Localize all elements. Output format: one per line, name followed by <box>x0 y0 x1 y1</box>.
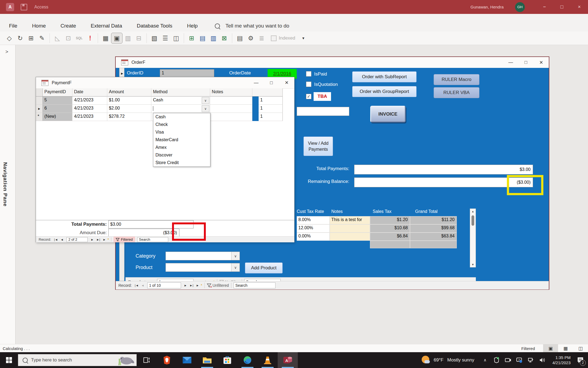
row-selector[interactable] <box>36 96 43 105</box>
product-combo[interactable]: ∨ <box>166 263 240 272</box>
method-option-visa[interactable]: Visa <box>153 128 210 136</box>
cell-orderid[interactable]: 1 <box>259 96 283 105</box>
linked-table-icon[interactable]: ⊞ <box>26 33 36 43</box>
cell-date[interactable]: 4/21/2023 <box>72 96 107 105</box>
cell-rate[interactable]: 0.00% <box>297 233 330 241</box>
brave-browser-icon[interactable] <box>157 352 177 368</box>
file-explorer-icon[interactable] <box>197 352 217 368</box>
tab-home[interactable]: Home <box>25 23 53 29</box>
previous-record-icon[interactable]: ◄ <box>60 238 63 241</box>
col-amount[interactable]: Amount <box>107 88 151 96</box>
cell-notes[interactable] <box>330 233 370 241</box>
paymentf-search-input[interactable]: Search <box>137 237 168 242</box>
tab-external-data[interactable]: External Data <box>83 23 129 29</box>
method-option-mastercard[interactable]: MasterCard <box>153 136 210 144</box>
cell-amount[interactable]: $2.00 <box>107 105 151 113</box>
orderf-maximize-button[interactable]: □ <box>518 57 534 68</box>
form-view-button[interactable]: ▣ <box>543 344 558 352</box>
isquotation-checkbox[interactable] <box>306 82 311 87</box>
pf-amount-due-field[interactable]: ($3.00) <box>108 229 179 237</box>
col-paymentid[interactable]: PaymentID <box>43 88 72 96</box>
cell-empty[interactable] <box>410 241 457 248</box>
weather-widget[interactable]: 69°F Mostly sunny <box>421 355 474 365</box>
col-orderid[interactable] <box>252 88 283 96</box>
print-icon[interactable]: ⊟ <box>133 33 144 43</box>
chart-icon[interactable]: ▥ <box>122 33 133 43</box>
cell-paymentid[interactable]: 5 <box>43 96 72 105</box>
orderf-search-input[interactable]: Search <box>234 282 275 288</box>
taskbar-clock[interactable]: 1:35 PM 4/21/2023 <box>552 355 571 365</box>
ruler-macro-button[interactable]: RULER Macro <box>434 74 479 85</box>
chevron-down-icon[interactable]: ∨ <box>231 263 240 272</box>
user-name[interactable]: Gunawan, Hendra <box>470 5 504 9</box>
record-position[interactable]: 1 of 10 <box>147 282 181 288</box>
method-option-store-credit[interactable]: Store Credit <box>153 159 210 167</box>
cell-amount[interactable]: $1.00 <box>107 96 151 105</box>
tray-expand-icon[interactable]: ∧ <box>483 358 486 363</box>
tray-network-icon[interactable] <box>527 356 535 364</box>
tile-vertical-icon[interactable]: ◫ <box>171 33 182 43</box>
taskbar-search[interactable]: Type here to search <box>18 354 137 366</box>
task-view-button[interactable] <box>137 352 157 368</box>
remaining-balance-field[interactable]: ($3.00) <box>354 177 533 187</box>
cell-rate[interactable]: 8.00% <box>297 216 330 224</box>
cell-orderid[interactable]: 1 <box>259 105 283 113</box>
orderf-minimize-button[interactable]: — <box>503 57 518 68</box>
access-taskbar-icon[interactable]: A <box>278 352 298 368</box>
cell-paymentid[interactable]: 6 <box>43 105 72 113</box>
notification-center-button[interactable]: 2 <box>574 352 586 368</box>
scroll-thumb[interactable] <box>471 215 474 226</box>
nav-pane-expand-icon[interactable]: > <box>2 48 11 56</box>
new-record-icon[interactable]: ► <box>103 238 106 241</box>
form-wizard-icon[interactable]: ⊡ <box>63 33 74 43</box>
chevron-down-icon[interactable]: ∨ <box>202 97 209 104</box>
new-table-icon[interactable]: ⊞ <box>186 33 197 43</box>
run-icon[interactable]: ! <box>85 33 96 43</box>
row-selector-new[interactable]: * <box>36 113 43 121</box>
app-minimize-button[interactable]: − <box>536 0 553 14</box>
datasheet-view-button[interactable]: ▦ <box>558 344 573 352</box>
method-option-discover[interactable]: Discover <box>153 151 210 159</box>
cell-paymentid[interactable]: (New) <box>43 113 72 121</box>
method-option-amex[interactable]: Amex <box>153 144 210 151</box>
refresh-icon[interactable]: ↻ <box>15 33 26 43</box>
tray-capture-icon[interactable] <box>504 356 512 364</box>
tray-volume-icon[interactable] <box>538 356 546 364</box>
filter-lines-icon[interactable]: ≣ <box>256 33 267 43</box>
cascade-windows-icon[interactable]: ▧ <box>149 33 160 43</box>
form-view-icon[interactable]: ▣ <box>111 33 122 44</box>
tray-cast-icon[interactable] <box>515 356 523 364</box>
design-ruler-icon[interactable]: ◺ <box>52 33 63 43</box>
order-with-groupreport-button[interactable]: Order with GroupReport <box>352 86 416 97</box>
design-view-button[interactable]: ◫ <box>573 344 588 352</box>
last-record-icon[interactable]: ►| <box>96 238 100 241</box>
chevron-down-icon[interactable]: ▾ <box>302 36 305 41</box>
total-payments-field[interactable]: $3.00 <box>354 165 533 174</box>
cell-sales-tax[interactable]: $6.84 <box>370 233 410 241</box>
record-position[interactable]: 2 of 2 <box>66 237 88 242</box>
cell-grand-total[interactable]: $11.20 <box>410 216 457 224</box>
order-with-subreport-button[interactable]: Order with SubReport <box>352 71 416 82</box>
status-filter-state[interactable]: Filtered <box>521 346 535 351</box>
cell-notes[interactable] <box>210 113 252 121</box>
tab-file[interactable]: File <box>0 23 25 29</box>
relationships-icon[interactable]: ◇ <box>4 33 15 43</box>
category-combo[interactable]: ∨ <box>166 252 240 260</box>
notes-field-empty[interactable] <box>297 107 349 116</box>
unfiltered-label[interactable]: Unfiltered <box>213 283 229 288</box>
navigation-pane[interactable]: > Navigation Pane <box>0 45 16 344</box>
next-record-icon[interactable]: ► <box>184 284 187 287</box>
previous-record-icon[interactable]: ◄ <box>141 284 144 287</box>
col-notes[interactable]: Notes <box>210 88 252 96</box>
app-maximize-button[interactable]: □ <box>553 0 571 14</box>
orderf-titlebar[interactable]: OrderF — □ ✕ <box>116 57 549 68</box>
filtered-badge[interactable]: Filtered <box>114 237 135 242</box>
vlc-icon[interactable] <box>258 352 278 368</box>
new-report-icon[interactable]: ▥ <box>208 33 219 43</box>
cell-date[interactable]: 4/21/2023 <box>72 113 107 121</box>
avatar[interactable]: GH <box>515 2 525 12</box>
col-date[interactable]: Date <box>72 88 107 96</box>
view-add-payments-button[interactable]: View / Add Payments <box>304 137 333 156</box>
add-product-button[interactable]: Add Product <box>245 263 283 273</box>
new-form-icon[interactable]: ▤ <box>197 33 208 43</box>
